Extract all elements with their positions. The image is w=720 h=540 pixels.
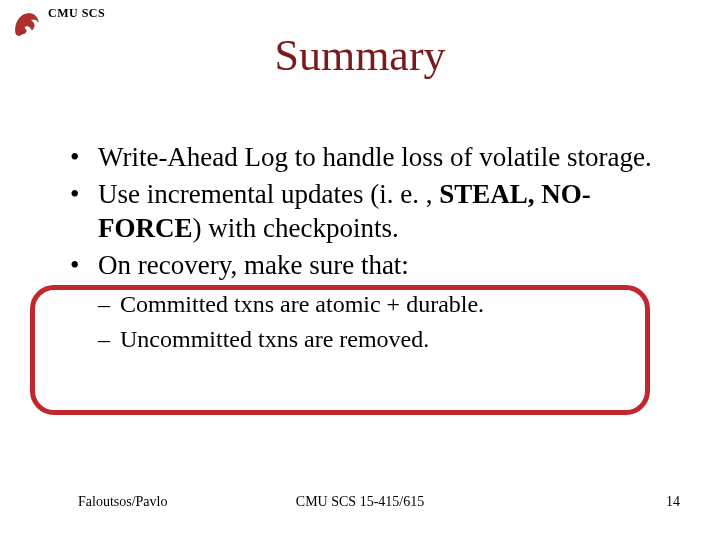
- footer-authors: Faloutsos/Pavlo: [78, 494, 167, 510]
- bullet-text: On recovery, make sure that:: [98, 250, 409, 280]
- sub-bullet-item: Committed txns are atomic + durable.: [98, 288, 680, 320]
- bullet-text: Write-Ahead Log to handle loss of volati…: [98, 142, 652, 172]
- bullet-item: On recovery, make sure that: Committed t…: [70, 248, 680, 355]
- sub-bullet-list: Committed txns are atomic + durable. Unc…: [98, 288, 680, 355]
- sub-bullet-item: Uncommitted txns are removed.: [98, 323, 680, 355]
- logo-icon: [10, 6, 44, 44]
- slide-title: Summary: [0, 30, 720, 81]
- slide-header: CMU SCS: [10, 6, 105, 44]
- bullet-text-post: ) with checkpoints.: [193, 213, 399, 243]
- bullet-text-pre: Use incremental updates (i. e. ,: [98, 179, 439, 209]
- bullet-list: Write-Ahead Log to handle loss of volati…: [70, 140, 680, 355]
- bullet-item: Use incremental updates (i. e. , STEAL, …: [70, 177, 680, 246]
- slide-content: Write-Ahead Log to handle loss of volati…: [70, 140, 680, 357]
- footer-page-number: 14: [666, 494, 680, 510]
- footer-course: CMU SCS 15-415/615: [296, 494, 424, 510]
- bullet-item: Write-Ahead Log to handle loss of volati…: [70, 140, 680, 175]
- slide-footer: Faloutsos/Pavlo CMU SCS 15-415/615 14: [0, 494, 720, 510]
- header-org-label: CMU SCS: [48, 6, 105, 21]
